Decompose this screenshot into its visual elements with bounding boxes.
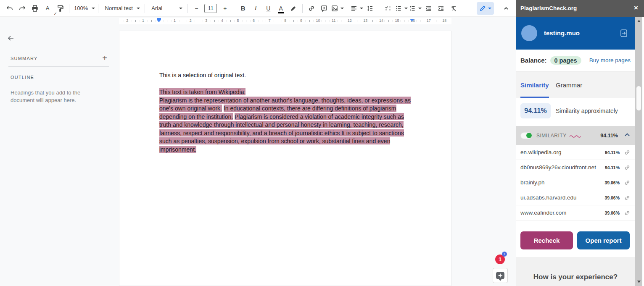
ruler-number: 17 xyxy=(427,18,431,23)
increase-indent-icon xyxy=(437,5,445,12)
open-report-button[interactable]: Open report xyxy=(577,231,630,249)
ruler-tick xyxy=(258,21,259,21)
left-indent-marker[interactable] xyxy=(157,18,161,22)
ruler-tick xyxy=(361,21,361,21)
ruler-tick xyxy=(372,20,373,22)
undo-button[interactable] xyxy=(4,3,16,14)
paragraph-style-select[interactable]: Normal text xyxy=(101,3,142,14)
checklist-button[interactable] xyxy=(382,3,394,14)
outline-heading: OUTLINE xyxy=(11,75,34,80)
scrollbar-thumb[interactable] xyxy=(636,86,641,110)
ruler-number: 1 xyxy=(142,18,144,23)
scroll-down-icon[interactable] xyxy=(637,281,641,283)
extension-widget-button[interactable] xyxy=(493,268,508,283)
similarity-percent-badge: 94.11% xyxy=(520,103,551,118)
close-outline-button[interactable] xyxy=(7,34,15,44)
ruler-number: 3 xyxy=(205,18,207,23)
print-button[interactable] xyxy=(29,3,41,14)
add-summary-button[interactable]: + xyxy=(102,53,107,63)
highlight-color-button[interactable] xyxy=(288,3,299,14)
source-domain[interactable]: db0nus869y26v.cloudfront.net xyxy=(520,164,605,171)
hide-menus-button[interactable] xyxy=(500,3,512,14)
ruler-tick xyxy=(325,20,325,22)
ruler-tick xyxy=(432,21,432,21)
toolbar-divider xyxy=(187,4,187,13)
decrease-indent-icon xyxy=(425,5,432,12)
ruler-tick xyxy=(135,20,136,22)
link-icon[interactable] xyxy=(624,210,631,216)
bold-icon: B xyxy=(241,5,245,12)
link-icon[interactable] xyxy=(624,164,631,171)
recheck-button[interactable]: Recheck xyxy=(520,231,573,249)
tab-similarity[interactable]: Similarity xyxy=(520,81,549,89)
close-icon[interactable]: × xyxy=(634,4,638,12)
source-domain[interactable]: en.wikipedia.org xyxy=(520,149,605,155)
similarity-toggle[interactable] xyxy=(520,132,532,139)
ruler-number: 9 xyxy=(300,18,302,23)
source-percent: 39.06% xyxy=(604,210,620,215)
font-select[interactable]: Arial xyxy=(148,3,184,14)
link-icon[interactable] xyxy=(624,149,631,156)
numbered-list-button[interactable] xyxy=(409,3,422,14)
logout-icon xyxy=(619,32,629,39)
link-icon[interactable] xyxy=(624,179,631,186)
increase-indent-button[interactable] xyxy=(435,3,447,14)
source-domain[interactable]: brainly.ph xyxy=(520,179,604,186)
logout-button[interactable] xyxy=(619,28,629,40)
italic-button[interactable]: I xyxy=(250,3,261,14)
paragraph-style-value: Normal text xyxy=(103,5,135,11)
buy-more-pages-link[interactable]: Buy more pages xyxy=(589,57,631,63)
ruler-tick xyxy=(313,21,314,21)
docs-toolbar: A✓ 100% Normal text Arial − 11 + B I U A xyxy=(0,0,516,17)
font-size-increase-button[interactable]: + xyxy=(219,3,231,14)
ruler-tick xyxy=(290,21,290,21)
underline-button[interactable]: U xyxy=(262,3,274,14)
app-window: A✓ 100% Normal text Arial − 11 + B I U A xyxy=(0,0,644,286)
line-spacing-button[interactable] xyxy=(364,3,376,14)
source-domain[interactable]: www.eafinder.com xyxy=(520,210,604,216)
toolbar-divider xyxy=(69,4,69,13)
font-size-decrease-button[interactable]: − xyxy=(190,3,202,14)
link-icon[interactable] xyxy=(624,194,631,201)
paint-format-icon xyxy=(56,5,64,12)
font-size-input[interactable]: 11 xyxy=(204,4,217,13)
ruler-tick xyxy=(195,21,195,21)
ruler-number: 4 xyxy=(221,18,223,23)
insert-image-button[interactable] xyxy=(331,3,344,14)
ruler-number: 14 xyxy=(379,18,383,23)
document-page: This is a selection of original text. Th… xyxy=(119,31,451,286)
decrease-indent-button[interactable] xyxy=(422,3,434,14)
ruler-tick xyxy=(266,21,266,21)
ruler-tick xyxy=(329,21,330,21)
bold-button[interactable]: B xyxy=(237,3,249,14)
line-spacing-icon xyxy=(366,5,374,12)
bulleted-list-button[interactable] xyxy=(395,3,408,14)
zoom-select[interactable]: 100% xyxy=(72,3,95,14)
editing-mode-button[interactable] xyxy=(477,2,494,15)
ruler-tick xyxy=(298,21,298,21)
source-percent: 94.11% xyxy=(605,150,620,155)
text-color-button[interactable]: A xyxy=(275,3,287,14)
balance-value: 0 pages xyxy=(550,56,581,65)
sidebar-scrollbar[interactable] xyxy=(635,17,642,286)
image-icon xyxy=(331,5,338,12)
clear-formatting-button[interactable] xyxy=(448,3,459,14)
plagiarismcheck-sidebar: PlagiarismCheck.org × testing.muo Balanc… xyxy=(516,0,644,286)
insert-link-button[interactable] xyxy=(306,3,317,14)
toolbar-divider xyxy=(302,4,303,13)
ruler-number: 11 xyxy=(332,18,335,23)
ruler-tick xyxy=(448,21,448,21)
spellcheck-button[interactable]: A✓ xyxy=(42,3,53,14)
right-indent-marker[interactable] xyxy=(410,19,414,21)
ruler-tick xyxy=(262,20,262,22)
document-text-area[interactable]: This is a selection of original text. Th… xyxy=(159,71,412,154)
source-domain[interactable]: ui.adsabs.harvard.edu xyxy=(520,194,604,201)
similarity-accordion-header[interactable]: SIMILARITY 94.11% xyxy=(516,126,635,145)
scroll-up-icon[interactable] xyxy=(637,20,641,22)
chevron-up-icon[interactable] xyxy=(624,131,631,140)
add-comment-button[interactable] xyxy=(318,3,330,14)
align-button[interactable] xyxy=(350,3,363,14)
redo-button[interactable] xyxy=(16,3,28,14)
source-row: en.wikipedia.org94.11% xyxy=(516,145,635,160)
tab-grammar[interactable]: Grammar xyxy=(556,81,582,89)
